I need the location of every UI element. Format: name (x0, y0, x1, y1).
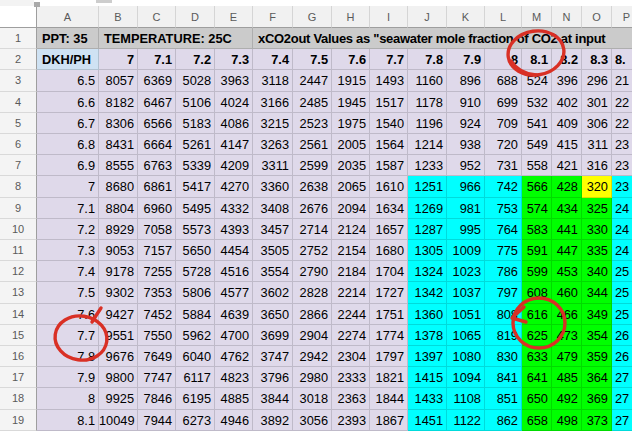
cell-D18[interactable]: 6195 (176, 388, 215, 409)
cell-H10[interactable]: 2124 (332, 219, 370, 240)
cell-N6[interactable]: 415 (552, 134, 582, 155)
select-all-corner[interactable] (0, 6, 37, 28)
cell-M18[interactable]: 650 (522, 388, 552, 409)
cell-B3[interactable]: 8057 (99, 70, 138, 91)
row-header-5[interactable]: 5 (0, 113, 37, 134)
cell-D12[interactable]: 5728 (176, 261, 215, 282)
column-header-O[interactable]: O (582, 6, 612, 28)
cell-C7[interactable]: 6763 (138, 155, 176, 176)
column-header-N[interactable]: N (552, 6, 582, 28)
cell-A4-dkh[interactable]: 6.6 (37, 92, 99, 113)
cell-M4[interactable]: 532 (522, 92, 552, 113)
column-header-B[interactable]: B (99, 6, 138, 28)
cell-I17[interactable]: 1821 (370, 367, 408, 388)
cell-O9[interactable]: 325 (582, 198, 612, 219)
cell-B8[interactable]: 8680 (99, 176, 138, 197)
cell-M12[interactable]: 599 (522, 261, 552, 282)
row-header-18[interactable]: 18 (0, 388, 37, 409)
cell-L6[interactable]: 720 (485, 134, 522, 155)
cell-D15[interactable]: 5962 (176, 325, 215, 346)
cell-C17[interactable]: 7747 (138, 367, 176, 388)
cell-B13[interactable]: 9302 (99, 282, 138, 303)
cell-K13[interactable]: 1037 (447, 282, 485, 303)
cell-H16[interactable]: 2304 (332, 346, 370, 367)
cell-E8[interactable]: 4270 (215, 176, 253, 197)
cell-J4[interactable]: 1178 (408, 92, 447, 113)
row-header-16[interactable]: 16 (0, 346, 37, 367)
cell-K4[interactable]: 910 (447, 92, 485, 113)
cell-B9[interactable]: 8804 (99, 198, 138, 219)
cell-J8[interactable]: 1251 (408, 176, 447, 197)
column-header-G[interactable]: G (293, 6, 332, 28)
cell-K15[interactable]: 1065 (447, 325, 485, 346)
cell-ph-header-8[interactable]: 8 (485, 49, 522, 70)
cell-P13[interactable]: 25 (612, 282, 632, 303)
row-header-8[interactable]: 8 (0, 176, 37, 197)
cell-E5[interactable]: 4086 (215, 113, 253, 134)
cell-I16[interactable]: 1797 (370, 346, 408, 367)
cell-O16[interactable]: 359 (582, 346, 612, 367)
cell-F5[interactable]: 3215 (253, 113, 293, 134)
cell-P10[interactable]: 24 (612, 219, 632, 240)
cell-G5[interactable]: 2523 (293, 113, 332, 134)
cell-G16[interactable]: 2942 (293, 346, 332, 367)
cell-B16[interactable]: 9676 (99, 346, 138, 367)
cell-C18[interactable]: 7846 (138, 388, 176, 409)
cell-E18[interactable]: 4885 (215, 388, 253, 409)
cell-I18[interactable]: 1844 (370, 388, 408, 409)
cell-J10[interactable]: 1287 (408, 219, 447, 240)
cell-O12[interactable]: 340 (582, 261, 612, 282)
cell-D13[interactable]: 5806 (176, 282, 215, 303)
cell-K10[interactable]: 995 (447, 219, 485, 240)
cell-O17[interactable]: 364 (582, 367, 612, 388)
cell-F10[interactable]: 3457 (253, 219, 293, 240)
cell-G15[interactable]: 2904 (293, 325, 332, 346)
cell-O6[interactable]: 311 (582, 134, 612, 155)
cell-ph-header-7.4[interactable]: 7.4 (253, 49, 293, 70)
cell-F17[interactable]: 3796 (253, 367, 293, 388)
cell-E13[interactable]: 4577 (215, 282, 253, 303)
column-header-I[interactable]: I (370, 6, 408, 28)
row-header-12[interactable]: 12 (0, 261, 37, 282)
cell-C6[interactable]: 6664 (138, 134, 176, 155)
cell-C9[interactable]: 6960 (138, 198, 176, 219)
row-header-10[interactable]: 10 (0, 219, 37, 240)
row-header-4[interactable]: 4 (0, 92, 37, 113)
cell-ph-header-7.5[interactable]: 7.5 (293, 49, 332, 70)
cell-E11[interactable]: 4454 (215, 240, 253, 261)
cell-L4[interactable]: 699 (485, 92, 522, 113)
cell-G11[interactable]: 2752 (293, 240, 332, 261)
cell-G9[interactable]: 2676 (293, 198, 332, 219)
cell-B6[interactable]: 8431 (99, 134, 138, 155)
cell-N10[interactable]: 441 (552, 219, 582, 240)
cell-I3[interactable]: 1493 (370, 70, 408, 91)
cell-C16[interactable]: 7649 (138, 346, 176, 367)
cell-D3[interactable]: 5028 (176, 70, 215, 91)
row-header-2[interactable]: 2 (0, 49, 37, 70)
cell-H4[interactable]: 1945 (332, 92, 370, 113)
cell-D8[interactable]: 5417 (176, 176, 215, 197)
cell-P11[interactable]: 24 (612, 240, 632, 261)
cell-E9[interactable]: 4332 (215, 198, 253, 219)
cell-M8[interactable]: 566 (522, 176, 552, 197)
cell-O8[interactable]: 320 (582, 176, 612, 197)
cell-E16[interactable]: 4762 (215, 346, 253, 367)
cell-G7[interactable]: 2599 (293, 155, 332, 176)
column-header-A[interactable]: A (37, 6, 99, 28)
cell-H19[interactable]: 2393 (332, 410, 370, 431)
cell-N9[interactable]: 434 (552, 198, 582, 219)
cell-J17[interactable]: 1415 (408, 367, 447, 388)
cell-J13[interactable]: 1342 (408, 282, 447, 303)
cell-I11[interactable]: 1680 (370, 240, 408, 261)
cell-F4[interactable]: 3166 (253, 92, 293, 113)
cell-G8[interactable]: 2638 (293, 176, 332, 197)
cell-K12[interactable]: 1023 (447, 261, 485, 282)
row-header-7[interactable]: 7 (0, 155, 37, 176)
cell-L10[interactable]: 764 (485, 219, 522, 240)
cell-N14[interactable]: 466 (552, 304, 582, 325)
row-header-3[interactable]: 3 (0, 70, 37, 91)
cell-P7[interactable]: 23 (612, 155, 632, 176)
cell-C14[interactable]: 7452 (138, 304, 176, 325)
cell-K7[interactable]: 952 (447, 155, 485, 176)
cell-E19[interactable]: 4946 (215, 410, 253, 431)
